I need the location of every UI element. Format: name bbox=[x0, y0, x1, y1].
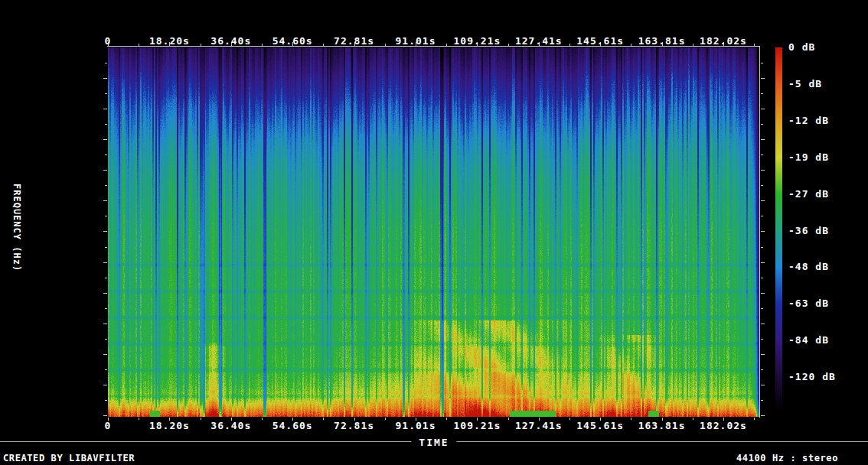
tick-mark bbox=[761, 354, 765, 355]
stream-info-text: 44100 Hz : stereo bbox=[736, 453, 838, 463]
tick-mark bbox=[103, 385, 107, 385]
tick-mark bbox=[693, 44, 693, 46]
tick-mark bbox=[103, 415, 107, 416]
tick-mark bbox=[761, 308, 763, 309]
time-tick-label-bottom: 18.20s bbox=[149, 421, 190, 431]
colorbar-label: -36 dB bbox=[788, 226, 829, 236]
colorbar-label: -63 dB bbox=[788, 298, 829, 309]
spectrogram-image: FREQUENCY (Hz) DC1722.663445.315167.9768… bbox=[0, 0, 868, 465]
time-tick-label-top: 163.81s bbox=[638, 36, 686, 47]
time-tick-label-top: 145.61s bbox=[576, 36, 624, 47]
tick-mark bbox=[761, 185, 763, 186]
tick-mark bbox=[103, 200, 107, 201]
colorbar-label: -19 dB bbox=[788, 152, 829, 163]
tick-mark bbox=[323, 44, 324, 46]
tick-mark bbox=[761, 124, 763, 125]
tick-mark bbox=[385, 44, 386, 46]
time-tick-label-top: 182.02s bbox=[700, 36, 747, 47]
frequency-axis-title: FREQUENCY (Hz) bbox=[11, 184, 22, 272]
tick-mark bbox=[761, 385, 765, 385]
tick-mark bbox=[446, 418, 447, 420]
tick-mark bbox=[105, 400, 107, 401]
tick-mark bbox=[262, 418, 263, 420]
tick-mark bbox=[139, 44, 139, 46]
tick-mark bbox=[385, 418, 386, 420]
tick-mark bbox=[105, 216, 107, 216]
right-axis-line bbox=[759, 46, 760, 418]
tick-mark bbox=[262, 44, 263, 46]
tick-mark bbox=[105, 308, 107, 309]
colorbar-label: -27 dB bbox=[788, 189, 829, 200]
tick-mark bbox=[761, 78, 765, 79]
tick-mark bbox=[631, 418, 631, 420]
tick-mark bbox=[761, 63, 763, 63]
colorbar bbox=[775, 47, 782, 417]
tick-mark bbox=[446, 44, 447, 46]
spectrogram-canvas bbox=[108, 47, 759, 417]
time-tick-label-top: 127.41s bbox=[515, 36, 563, 47]
tick-mark bbox=[508, 44, 509, 46]
colorbar-label: -5 dB bbox=[788, 79, 822, 89]
time-tick-label-top: 91.01s bbox=[396, 36, 436, 47]
tick-mark bbox=[105, 339, 107, 340]
tick-mark bbox=[105, 278, 107, 278]
time-tick-label-top: 0 bbox=[105, 36, 112, 47]
tick-mark bbox=[761, 324, 765, 324]
tick-mark bbox=[631, 44, 631, 46]
tick-mark bbox=[105, 93, 107, 94]
colorbar-label: -120 dB bbox=[788, 372, 836, 382]
tick-mark bbox=[103, 231, 107, 232]
tick-mark bbox=[201, 44, 201, 46]
time-tick-label-bottom: 127.41s bbox=[515, 421, 563, 431]
time-tick-label-bottom: 182.02s bbox=[700, 421, 747, 431]
tick-mark bbox=[105, 369, 107, 370]
time-axis-title: TIME bbox=[411, 437, 456, 448]
tick-mark bbox=[761, 415, 765, 416]
tick-mark bbox=[761, 139, 765, 140]
tick-mark bbox=[105, 247, 107, 248]
colorbar-label: -48 dB bbox=[788, 262, 829, 272]
time-tick-label-bottom: 36.40s bbox=[210, 421, 251, 431]
colorbar-label: 0 dB bbox=[788, 42, 815, 53]
tick-mark bbox=[105, 124, 107, 125]
tick-mark bbox=[761, 369, 763, 370]
credit-text: CREATED BY LIBAVFILTER bbox=[3, 453, 135, 463]
tick-mark bbox=[105, 154, 107, 155]
tick-mark bbox=[105, 185, 107, 186]
tick-mark bbox=[103, 324, 107, 324]
tick-mark bbox=[103, 139, 107, 140]
tick-mark bbox=[761, 293, 765, 294]
time-tick-label-top: 54.60s bbox=[272, 36, 313, 47]
tick-mark bbox=[761, 200, 765, 201]
time-tick-label-bottom: 0 bbox=[105, 421, 112, 431]
tick-mark bbox=[761, 278, 763, 278]
tick-mark bbox=[761, 400, 763, 401]
tick-mark bbox=[693, 418, 693, 420]
tick-mark bbox=[761, 247, 763, 248]
colorbar-label: -12 dB bbox=[788, 115, 829, 126]
tick-mark bbox=[103, 262, 107, 263]
tick-mark bbox=[569, 418, 570, 420]
tick-mark bbox=[105, 63, 107, 63]
time-tick-label-top: 109.21s bbox=[453, 36, 501, 47]
tick-mark bbox=[201, 418, 201, 420]
tick-mark bbox=[103, 354, 107, 355]
time-tick-label-bottom: 163.81s bbox=[638, 421, 686, 431]
time-tick-label-bottom: 72.81s bbox=[334, 421, 374, 431]
tick-mark bbox=[139, 418, 139, 420]
tick-mark bbox=[761, 231, 765, 232]
tick-mark bbox=[754, 418, 755, 420]
tick-mark bbox=[761, 154, 763, 155]
colorbar-label: -84 dB bbox=[788, 335, 829, 346]
tick-mark bbox=[323, 418, 324, 420]
tick-mark bbox=[761, 262, 765, 263]
time-tick-label-top: 72.81s bbox=[334, 36, 374, 47]
time-tick-label-top: 36.40s bbox=[210, 36, 251, 47]
tick-mark bbox=[761, 109, 765, 109]
tick-mark bbox=[103, 293, 107, 294]
tick-mark bbox=[761, 93, 763, 94]
time-tick-label-top: 18.20s bbox=[149, 36, 190, 47]
time-tick-label-bottom: 145.61s bbox=[576, 421, 624, 431]
tick-mark bbox=[761, 339, 763, 340]
time-tick-label-bottom: 54.60s bbox=[272, 421, 313, 431]
